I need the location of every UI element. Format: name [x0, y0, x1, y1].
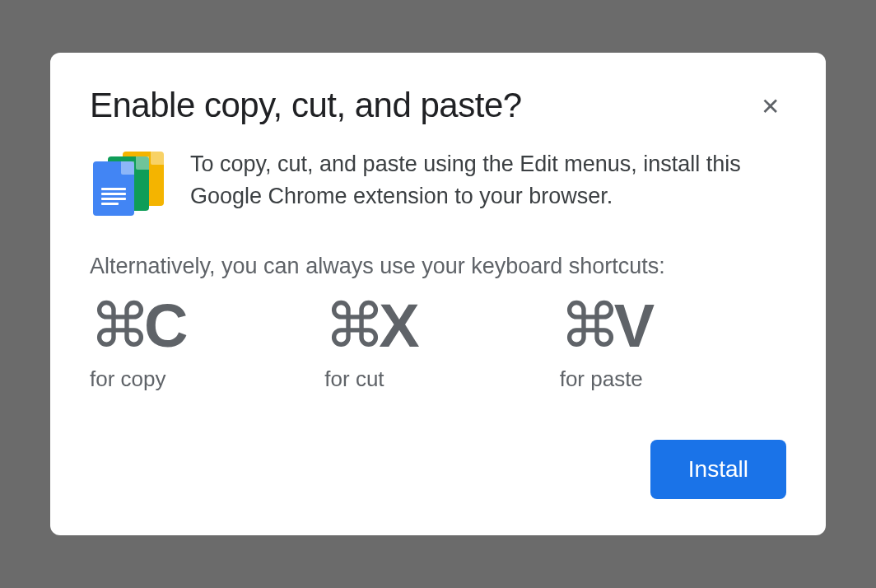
enable-clipboard-dialog: Enable copy, cut, and paste? ✕ To copy, …	[50, 53, 826, 535]
dialog-title: Enable copy, cut, and paste?	[90, 86, 522, 125]
shortcut-copy: ⌘C for copy	[90, 296, 316, 392]
shortcut-paste-keys: ⌘V	[560, 296, 786, 357]
shortcut-copy-key: C	[144, 292, 186, 360]
install-button[interactable]: Install	[650, 440, 786, 499]
command-icon: ⌘	[324, 292, 384, 360]
shortcuts-row: ⌘C for copy ⌘X for cut ⌘V for paste	[90, 296, 786, 392]
shortcut-paste: ⌘V for paste	[560, 296, 786, 392]
command-icon: ⌘	[560, 292, 619, 360]
shortcut-cut-key: X	[379, 292, 417, 360]
shortcut-paste-label: for paste	[560, 366, 786, 392]
dialog-header: Enable copy, cut, and paste? ✕	[90, 86, 786, 125]
intro-row: To copy, cut, and paste using the Edit m…	[90, 148, 786, 217]
google-editors-icon	[90, 152, 164, 217]
dialog-footer: Install	[90, 440, 786, 499]
shortcut-paste-key: V	[614, 292, 653, 360]
shortcut-cut-label: for cut	[324, 366, 551, 392]
shortcut-cut-keys: ⌘X	[324, 296, 551, 357]
alternative-text: Alternatively, you can always use your k…	[90, 254, 786, 279]
command-icon: ⌘	[90, 292, 149, 360]
shortcut-copy-label: for copy	[90, 366, 316, 392]
docs-file-icon	[93, 161, 134, 216]
shortcut-cut: ⌘X for cut	[324, 296, 551, 392]
intro-text: To copy, cut, and paste using the Edit m…	[190, 148, 786, 212]
shortcut-copy-keys: ⌘C	[90, 296, 316, 357]
close-button[interactable]: ✕	[754, 89, 786, 125]
close-icon: ✕	[761, 94, 780, 119]
